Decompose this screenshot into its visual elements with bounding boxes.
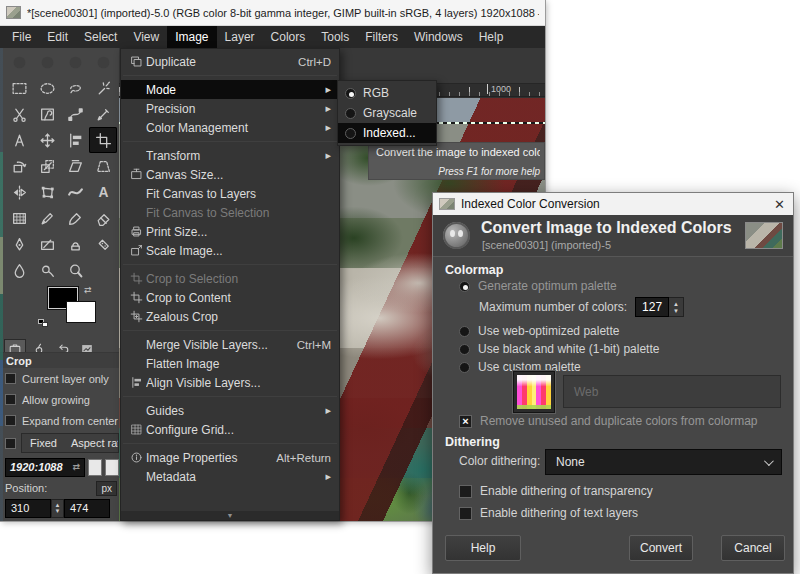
pencil-tool[interactable]: [33, 205, 61, 231]
mypaint-brush-tool[interactable]: [33, 231, 61, 257]
menu-item-crop-to-content[interactable]: Crop to Content: [121, 288, 339, 307]
smudge-tool[interactable]: [33, 257, 61, 283]
menu-item-zealous-crop[interactable]: Zealous Crop: [121, 307, 339, 326]
foreground-select-tool[interactable]: [33, 101, 61, 127]
clone-tool[interactable]: [61, 231, 89, 257]
rectangle-select-tool[interactable]: [5, 75, 33, 101]
checkbox-unchecked-icon[interactable]: [5, 394, 16, 405]
remove-duplicates-checkbox-row[interactable]: × Remove unused and duplicate colors fro…: [459, 414, 757, 428]
menubar-item-view[interactable]: View: [125, 26, 167, 48]
dialog-titlebar[interactable]: Indexed Color Conversion ✕: [433, 193, 793, 215]
radio-web-optimized[interactable]: Use web-optimized palette: [459, 324, 619, 338]
paths-tool[interactable]: [61, 101, 89, 127]
warp-transform-tool[interactable]: [61, 179, 89, 205]
swap-ratio-icon[interactable]: ⇄: [72, 462, 80, 472]
dodge-burn-tool[interactable]: [61, 257, 89, 283]
free-select-tool[interactable]: [61, 75, 89, 101]
custom-palette-swatch-button[interactable]: [513, 371, 555, 413]
checkbox-checked-icon[interactable]: ×: [459, 415, 472, 428]
color-picker-tool[interactable]: [89, 101, 117, 127]
menu-item-configure-grid[interactable]: Configure Grid...: [121, 420, 339, 439]
menu-item-fit-canvas-to-layers[interactable]: Fit Canvas to Layers: [121, 184, 339, 203]
radio-black-white[interactable]: Use black and white (1-bit) palette: [459, 342, 659, 356]
aspect-ratio-input[interactable]: 1920:1088 ⇄: [5, 458, 85, 477]
spinner-arrows-icon[interactable]: ▲▼: [669, 297, 684, 317]
menubar-item-layer[interactable]: Layer: [217, 26, 263, 48]
align-tool[interactable]: [61, 127, 89, 153]
menu-item-fit-canvas-to-selection[interactable]: Fit Canvas to Selection: [121, 203, 339, 222]
move-tool[interactable]: [33, 127, 61, 153]
landscape-orientation-button[interactable]: [105, 459, 119, 476]
help-button[interactable]: Help: [445, 535, 521, 561]
text-tool[interactable]: A: [89, 179, 117, 205]
menu-item-crop-to-selection[interactable]: Crop to Selection: [121, 269, 339, 288]
perspective-tool[interactable]: [89, 153, 117, 179]
menu-scroll-indicator[interactable]: ▼: [121, 511, 339, 520]
color-dithering-dropdown[interactable]: None: [545, 449, 782, 475]
background-color-swatch[interactable]: [66, 301, 96, 323]
unit-selector[interactable]: px: [96, 481, 117, 496]
close-icon[interactable]: ✕: [774, 198, 785, 211]
flip-tool[interactable]: [5, 179, 33, 205]
fuzzy-select-tool[interactable]: [89, 75, 117, 101]
menubar-item-edit[interactable]: Edit: [39, 26, 76, 48]
radio-off-icon[interactable]: [459, 326, 470, 337]
fixed-checkbox[interactable]: [5, 438, 16, 449]
menu-item-print-size[interactable]: Print Size...: [121, 222, 339, 241]
menu-item-canvas-size[interactable]: Canvas Size...: [121, 165, 339, 184]
menu-item-image-properties[interactable]: Image PropertiesAlt+Return: [121, 448, 339, 467]
submenu-item-rgb[interactable]: RGB: [338, 83, 436, 103]
menu-item-duplicate[interactable]: DuplicateCtrl+D: [121, 52, 339, 71]
menubar-item-filters[interactable]: Filters: [357, 26, 406, 48]
crop-option-allow-growing[interactable]: Allow growing: [5, 389, 119, 410]
heal-tool[interactable]: [89, 231, 117, 257]
portrait-orientation-button[interactable]: [88, 459, 102, 476]
menu-item-precision[interactable]: Precision▸: [121, 99, 339, 118]
convert-button[interactable]: Convert: [629, 535, 693, 561]
menu-item-metadata[interactable]: Metadata▸: [121, 467, 339, 486]
checkbox-unchecked-icon[interactable]: [459, 485, 472, 498]
position-spinner[interactable]: ▲▼: [51, 499, 64, 518]
cancel-button[interactable]: Cancel: [721, 535, 785, 561]
rotate-tool[interactable]: [5, 153, 33, 179]
menubar-item-colors[interactable]: Colors: [263, 26, 314, 48]
radio-off-icon[interactable]: [459, 344, 470, 355]
color-swatches[interactable]: ⇄: [40, 285, 110, 335]
menu-item-mode[interactable]: Mode▸: [121, 80, 339, 99]
menubar-item-image[interactable]: Image: [167, 26, 216, 48]
eraser-tool[interactable]: [89, 205, 117, 231]
checkbox-unchecked-icon[interactable]: [5, 373, 16, 384]
menu-item-flatten-image[interactable]: Flatten Image: [121, 354, 339, 373]
window-titlebar[interactable]: *[scene00301] (imported)-5.0 (RGB color …: [0, 0, 545, 26]
measure-tool[interactable]: [5, 127, 33, 153]
bucket-fill-tool[interactable]: [5, 205, 33, 231]
crop-tool[interactable]: [89, 127, 117, 153]
swap-colors-icon[interactable]: ⇄: [84, 285, 92, 295]
max-colors-spinner[interactable]: 127 ▲▼: [635, 297, 684, 317]
position-y-input[interactable]: 474: [64, 499, 110, 518]
aspect-ratio-selector[interactable]: Fixed Aspect ratio: [21, 433, 119, 453]
scale-tool[interactable]: [33, 153, 61, 179]
radio-on-icon[interactable]: [459, 281, 470, 292]
crop-option-current-layer-only[interactable]: Current layer only: [5, 368, 119, 389]
dither-transparency-checkbox-row[interactable]: Enable dithering of transparency: [459, 484, 653, 498]
ellipse-select-tool[interactable]: [33, 75, 61, 101]
shear-tool[interactable]: [61, 153, 89, 179]
cage-transform-tool[interactable]: [33, 179, 61, 205]
checkbox-unchecked-icon[interactable]: [5, 415, 16, 426]
submenu-item-grayscale[interactable]: Grayscale: [338, 103, 436, 123]
menu-item-guides[interactable]: Guides▸: [121, 401, 339, 420]
menu-item-scale-image[interactable]: Scale Image...: [121, 241, 339, 260]
max-colors-value[interactable]: 127: [635, 297, 669, 317]
menubar-item-tools[interactable]: Tools: [313, 26, 357, 48]
crop-option-expand-from-center[interactable]: Expand from center: [5, 410, 119, 431]
paintbrush-tool[interactable]: [61, 205, 89, 231]
scissors-select-tool[interactable]: [5, 101, 33, 127]
menubar-item-help[interactable]: Help: [471, 26, 512, 48]
menubar-item-file[interactable]: File: [4, 26, 39, 48]
submenu-item-indexed[interactable]: Indexed...: [338, 123, 436, 143]
custom-palette-name-button[interactable]: Web: [563, 375, 781, 408]
menu-item-transform[interactable]: Transform▸: [121, 146, 339, 165]
blur-tool[interactable]: [5, 257, 33, 283]
menubar-item-windows[interactable]: Windows: [406, 26, 471, 48]
